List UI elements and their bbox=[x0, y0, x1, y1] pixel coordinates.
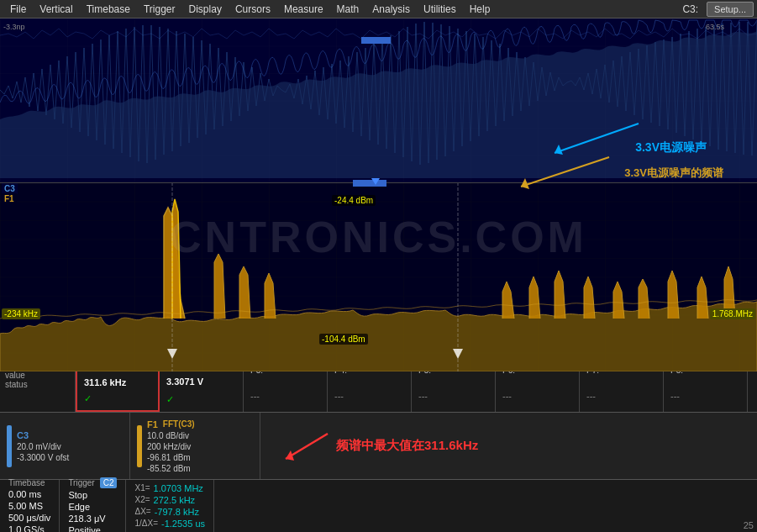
c3-volts-div: 20.0 mV/div bbox=[17, 442, 69, 451]
x2-value: 272.5 kHz bbox=[154, 495, 196, 505]
menu-cursors[interactable]: Cursors bbox=[229, 2, 277, 17]
menu-vertical[interactable]: Vertical bbox=[33, 2, 79, 17]
f1-fft-label: FFT(C3) bbox=[163, 419, 195, 429]
channel-c3-block[interactable]: C3 20.0 mV/div -3.3000 V ofst bbox=[0, 413, 130, 479]
menu-file[interactable]: File bbox=[3, 2, 33, 17]
c3-color-bar bbox=[7, 425, 12, 467]
trigger-level: 218.3 μV bbox=[68, 514, 117, 524]
channel-f1-block[interactable]: F1 FFT(C3) 10.0 dB/div 200 kHz/div -96.8… bbox=[130, 413, 260, 479]
svg-text:63.5s: 63.5s bbox=[706, 23, 725, 31]
freq-marker-left: -234 kHz bbox=[2, 308, 40, 319]
trigger-coupling: Positive bbox=[68, 525, 117, 533]
menu-timebase[interactable]: Timebase bbox=[80, 2, 137, 17]
p6-value: --- bbox=[502, 391, 572, 401]
annotation-311k-text: 频谱中最大值在311.6kHz bbox=[336, 438, 478, 454]
p8-value: --- bbox=[670, 391, 740, 401]
trigger-channel-badge: C2 bbox=[100, 477, 118, 488]
fft-waveform bbox=[0, 182, 757, 371]
annotation-3v3-noise: 3.3V电源噪声 bbox=[635, 140, 707, 155]
c3-channel-name: C3 bbox=[17, 430, 69, 440]
dx-label: ΔX= bbox=[134, 507, 150, 517]
x1-label: X1= bbox=[134, 483, 150, 493]
dbm-label-bottom: -104.4 dBm bbox=[319, 334, 368, 345]
dbm-label-top: -24.4 dBm bbox=[332, 195, 376, 206]
f1-channel-name: F1 bbox=[147, 419, 158, 429]
menu-trigger[interactable]: Trigger bbox=[137, 2, 182, 17]
freq-marker-right: 1.768.MHz bbox=[710, 308, 755, 319]
p4-value: --- bbox=[334, 391, 404, 401]
menu-help[interactable]: Help bbox=[463, 2, 497, 17]
menu-analysis[interactable]: Analysis bbox=[365, 2, 417, 17]
x1-value: 1.0703 MHz bbox=[154, 483, 203, 493]
bottom-bar: Measure value status P1:x@max(F1) 311.6 … bbox=[0, 353, 757, 532]
x2-label: X2= bbox=[134, 495, 150, 505]
status-row: Timebase 0.00 ms 5.00 MS 500 μs/div 1.0 … bbox=[0, 479, 757, 532]
f1-hz-div: 200 kHz/div bbox=[147, 442, 195, 451]
p1-value: 311.6 kHz bbox=[84, 377, 151, 387]
f1-ref2: -85.52 dBm bbox=[147, 464, 195, 473]
channel-info-row: C3 20.0 mV/div -3.3000 V ofst F1 FFT(C3)… bbox=[0, 412, 757, 479]
trigger-indicator-upper bbox=[361, 37, 391, 44]
p3-value: --- bbox=[250, 391, 320, 401]
p5-value: --- bbox=[418, 391, 488, 401]
inv-dx-label: 1/ΔX= bbox=[134, 519, 158, 529]
cursor-marker bbox=[353, 180, 386, 187]
trigger-type: Edge bbox=[68, 502, 117, 512]
cursor-triangle bbox=[371, 178, 380, 185]
channel-label-f1: F1 bbox=[2, 193, 17, 204]
trigger-mode: Stop bbox=[68, 490, 117, 500]
annotation-3v3-spectrum: 3.3V电源噪声的频谱 bbox=[624, 166, 723, 181]
mem-value: 5.00 MS bbox=[8, 501, 50, 511]
scope-area: -3.3np 63.5s C3 F1 bbox=[0, 18, 757, 371]
f1-color-bar bbox=[137, 425, 142, 467]
annotation-area: 频谱中最大值在311.6kHz bbox=[260, 413, 757, 479]
p1-status: ✓ bbox=[84, 393, 151, 404]
f1-ref1: -96.81 dBm bbox=[147, 453, 195, 462]
f1-info-text: F1 FFT(C3) 10.0 dB/div 200 kHz/div -96.8… bbox=[147, 419, 195, 473]
menubar: File Vertical Timebase Trigger Display C… bbox=[0, 0, 757, 18]
timebase-block: Timebase 0.00 ms 5.00 MS 500 μs/div 1.0 … bbox=[0, 480, 60, 532]
menu-measure[interactable]: Measure bbox=[277, 2, 330, 17]
c3-offset: -3.3000 V ofst bbox=[17, 453, 69, 462]
trigger-label: Trigger bbox=[68, 478, 94, 487]
menu-math[interactable]: Math bbox=[330, 2, 366, 17]
timebase-value: 0.00 ms bbox=[8, 489, 50, 499]
p2-value: 3.3071 V bbox=[166, 377, 236, 387]
cursor-x-block: X1= 1.0703 MHz X2= 272.5 kHz ΔX= -797.8 … bbox=[126, 480, 214, 532]
measure-status-label: status bbox=[5, 380, 70, 389]
inv-dx-value: -1.2535 us bbox=[161, 519, 205, 529]
setup-button[interactable]: Setup... bbox=[707, 2, 754, 17]
measure-value-label: value bbox=[5, 371, 70, 380]
p2-status: ✓ bbox=[166, 394, 236, 405]
f1-db-div: 10.0 dB/div bbox=[147, 431, 195, 440]
p7-value: --- bbox=[586, 391, 656, 401]
sample-rate-value: 1.0 GS/s bbox=[8, 524, 50, 533]
c3-label: C3: bbox=[677, 2, 703, 17]
svg-text:-3.3np: -3.3np bbox=[3, 23, 25, 31]
trigger-block: Trigger C2 Stop Edge 218.3 μV Positive bbox=[60, 480, 126, 532]
c3-info-text: C3 20.0 mV/div -3.3000 V ofst bbox=[17, 430, 69, 462]
menu-display[interactable]: Display bbox=[182, 2, 229, 17]
page-number: 25 bbox=[744, 520, 754, 530]
timebase-label: Timebase bbox=[8, 478, 50, 487]
dx-value: -797.8 kHz bbox=[155, 507, 199, 517]
annotation-arrow-svg bbox=[269, 425, 336, 467]
menu-utilities[interactable]: Utilities bbox=[417, 2, 463, 17]
time-div-value: 500 μs/div bbox=[8, 513, 50, 523]
